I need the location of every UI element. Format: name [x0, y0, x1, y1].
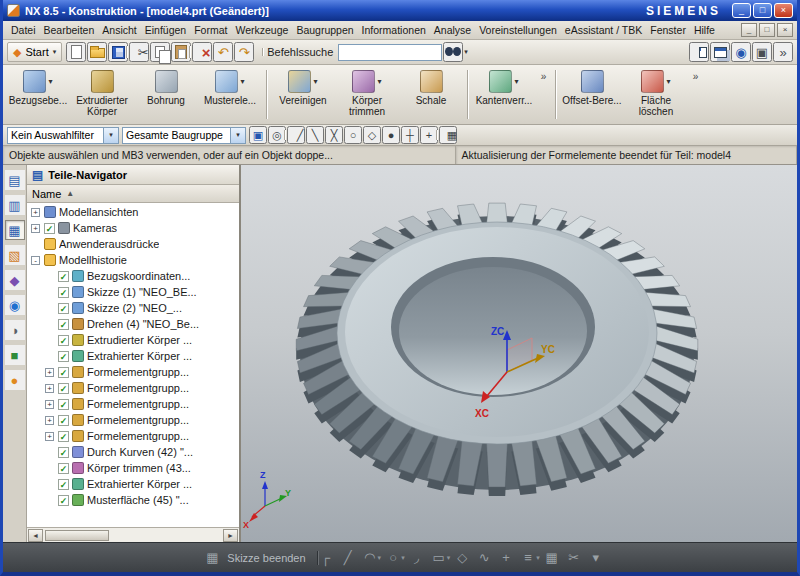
menu-item[interactable]: eAssistant / TBK — [561, 22, 646, 38]
tree-row[interactable]: ✓ Körper trimmen (43... — [27, 460, 239, 476]
delete-icon[interactable]: × — [192, 42, 212, 62]
chevron-down-icon[interactable]: ▾ — [230, 128, 245, 143]
sort-ascending-icon[interactable]: ▲ — [66, 189, 74, 198]
menu-item[interactable]: Hilfe — [690, 22, 719, 38]
feature-checkbox[interactable]: ✓ — [58, 383, 69, 394]
tree-expander-icon[interactable]: + — [45, 416, 54, 425]
feature-checkbox[interactable]: ✓ — [58, 431, 69, 442]
chevron-down-icon[interactable]: ▾ — [464, 48, 468, 56]
scroll-right-icon[interactable]: ► — [223, 529, 238, 542]
web-browser-icon[interactable]: ◉ — [5, 295, 25, 315]
tree-column-header[interactable]: Name ▲ — [27, 185, 239, 203]
ribbon-button[interactable]: ▾ Fläche löschen — [625, 67, 687, 122]
tree-row[interactable]: + ✓ Formelementgrupp... — [27, 412, 239, 428]
feature-checkbox[interactable]: ✓ — [58, 495, 69, 506]
3d-viewport[interactable]: ZC YC XC Z Y X — [241, 165, 797, 542]
selection-scope-icon[interactable]: ▣ — [249, 126, 267, 144]
open-file-icon[interactable] — [87, 42, 107, 62]
feature-checkbox[interactable]: ✓ — [58, 415, 69, 426]
tree-row[interactable]: ✓ Extrahierter Körper ... — [27, 476, 239, 492]
feature-checkbox[interactable]: ✓ — [58, 271, 69, 282]
snap-quadrant-icon[interactable]: ◇ — [363, 126, 381, 144]
chevron-down-icon[interactable]: ▾ — [103, 128, 118, 143]
copy-icon[interactable] — [150, 42, 170, 62]
ribbon-button[interactable]: Extrudierter Körper — [71, 67, 133, 122]
scrollbar-thumb[interactable] — [45, 530, 109, 541]
chevron-down-icon[interactable]: ▾ — [666, 77, 670, 86]
snap-arc-center-icon[interactable]: ○ — [344, 126, 362, 144]
fit-view-icon[interactable]: ▣ — [752, 42, 772, 62]
tree-row[interactable]: ✓ Extrudierter Körper ... — [27, 332, 239, 348]
command-finder-input[interactable] — [338, 44, 442, 61]
tree-row[interactable]: ✓ Skizze (2) "NEO_... — [27, 300, 239, 316]
snap-point-on-curve-icon[interactable]: ┼ — [401, 126, 419, 144]
tree-row[interactable]: ✓ Durch Kurven (42) "... — [27, 444, 239, 460]
snap-existing-point-icon[interactable]: ● — [382, 126, 400, 144]
restore-button[interactable]: □ — [753, 3, 772, 18]
mdi-minimize-button[interactable]: _ — [741, 23, 757, 37]
chevron-down-icon[interactable]: ▾ — [240, 77, 244, 86]
tree-row[interactable]: ✓ Bezugskoordinaten... — [27, 268, 239, 284]
menu-item[interactable]: Ansicht — [98, 22, 140, 38]
menu-item[interactable]: Baugruppen — [292, 22, 357, 38]
menu-item[interactable]: Werkzeuge — [231, 22, 292, 38]
mdi-close-button[interactable]: × — [777, 23, 793, 37]
menu-item[interactable]: Voreinstellungen — [475, 22, 561, 38]
ribbon-button[interactable]: Schale — [400, 67, 462, 122]
ribbon-button[interactable]: ▾ Körper trimmen — [336, 67, 398, 122]
command-finder-button[interactable] — [443, 42, 463, 62]
toolbar-overflow-chevron[interactable]: » — [689, 67, 702, 122]
part-navigator-icon[interactable]: ▦ — [5, 220, 25, 240]
feature-checkbox[interactable]: ✓ — [58, 303, 69, 314]
feature-checkbox[interactable]: ✓ — [58, 399, 69, 410]
scroll-left-icon[interactable]: ◄ — [28, 529, 43, 542]
horizontal-scrollbar[interactable]: ◄ ► — [27, 527, 239, 542]
display-mode-icon[interactable]: ◉ — [731, 42, 751, 62]
start-button[interactable]: ◆ Start ▾ — [7, 42, 62, 62]
roles-icon[interactable]: ● — [5, 370, 25, 390]
feature-checkbox[interactable]: ✓ — [44, 223, 55, 234]
reuse-library-icon[interactable]: ▧ — [5, 245, 25, 265]
tree-expander-icon[interactable]: + — [31, 208, 40, 217]
chevron-down-icon[interactable]: ▾ — [514, 77, 518, 86]
snap-endpoint-icon[interactable]: ╱ — [287, 126, 305, 144]
toolbar-overflow-icon[interactable]: » — [773, 42, 793, 62]
assembly-navigator-icon[interactable]: ▤ — [5, 170, 25, 190]
undo-icon[interactable]: ↶ — [213, 42, 233, 62]
tree-expander-icon[interactable]: + — [31, 224, 40, 233]
save-icon[interactable] — [108, 42, 128, 62]
tree-row[interactable]: ✓ Drehen (4) "NEO_Be... — [27, 316, 239, 332]
hd3d-tools-icon[interactable]: ◆ — [5, 270, 25, 290]
close-button[interactable]: × — [774, 3, 793, 18]
chevron-down-icon[interactable]: ▾ — [377, 77, 381, 86]
chevron-down-icon[interactable]: ▾ — [313, 77, 317, 86]
feature-checkbox[interactable]: ✓ — [58, 479, 69, 490]
paste-icon[interactable] — [171, 42, 191, 62]
ribbon-button[interactable]: ▾ Musterele... — [199, 67, 261, 122]
feature-checkbox[interactable]: ✓ — [58, 463, 69, 474]
snap-intersection-icon[interactable]: ╳ — [325, 126, 343, 144]
menu-item[interactable]: Bearbeiten — [40, 22, 99, 38]
menu-item[interactable]: Analyse — [430, 22, 475, 38]
tree-row[interactable]: + ✓ Kameras — [27, 220, 239, 236]
ribbon-button[interactable]: ▾ Bezugsebe... — [7, 67, 69, 122]
feature-checkbox[interactable]: ✓ — [58, 367, 69, 378]
feature-checkbox[interactable]: ✓ — [58, 447, 69, 458]
ribbon-button[interactable]: Bohrung — [135, 67, 197, 122]
menu-item[interactable]: Datei — [7, 22, 40, 38]
redo-icon[interactable]: ↷ — [234, 42, 254, 62]
tree-row[interactable]: + ✓ Formelementgrupp... — [27, 364, 239, 380]
tree-row[interactable]: ✓ Musterfläche (45) "... — [27, 492, 239, 508]
tree-expander-icon[interactable]: + — [45, 384, 54, 393]
tree-expander-icon[interactable]: - — [31, 256, 40, 265]
history-icon[interactable]: ◑ — [5, 320, 25, 340]
tree-row[interactable]: + Modellansichten — [27, 204, 239, 220]
cascade-windows-icon[interactable] — [710, 42, 730, 62]
menu-item[interactable]: Informationen — [358, 22, 430, 38]
tree-row[interactable]: + ✓ Formelementgrupp... — [27, 380, 239, 396]
selection-scope-dropdown[interactable]: Gesamte Baugruppe ▾ — [122, 127, 246, 144]
tree-expander-icon[interactable]: + — [45, 368, 54, 377]
tree-row[interactable]: + ✓ Formelementgrupp... — [27, 396, 239, 412]
tree-row[interactable]: + ✓ Formelementgrupp... — [27, 428, 239, 444]
snap-midpoint-icon[interactable]: ╲ — [306, 126, 324, 144]
